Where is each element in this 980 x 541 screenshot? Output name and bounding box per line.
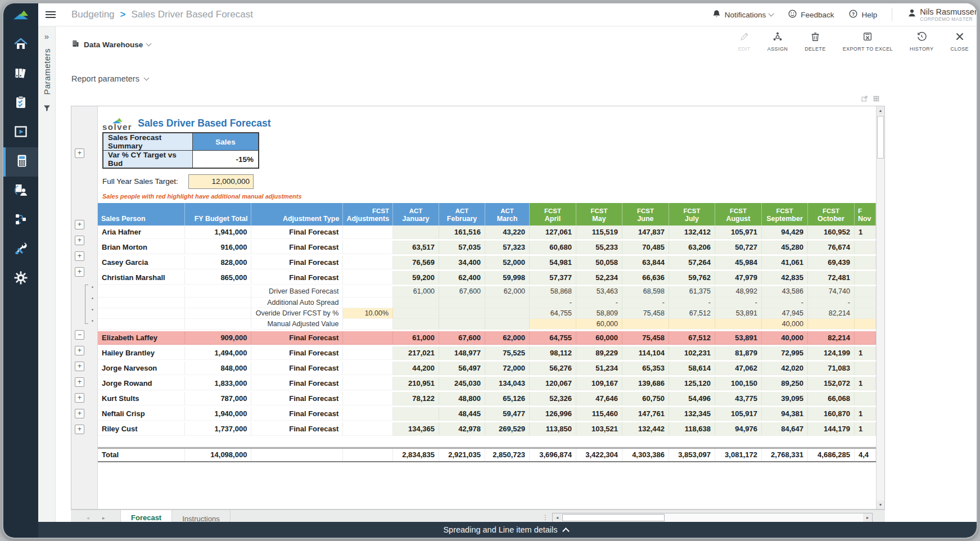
feedback-button[interactable]: Feedback	[788, 9, 834, 20]
cell-month-value[interactable]: 1	[854, 346, 875, 359]
cell-sales-person[interactable]: Casey Garcia	[98, 256, 185, 269]
spreading-details-bar[interactable]: Spreading and Line item details	[35, 522, 977, 538]
data-warehouse-dropdown[interactable]: Data Warehouse	[71, 39, 151, 49]
cell-month-value[interactable]: 105,971	[715, 226, 761, 238]
expand-parameters-button[interactable]: »	[44, 34, 49, 39]
cell-sales-person[interactable]	[98, 318, 185, 329]
cell-month-value[interactable]: 132,345	[669, 407, 715, 420]
breadcrumb-budgeting[interactable]: Budgeting	[71, 9, 115, 20]
cell-month-value[interactable]: 45,280	[761, 241, 807, 254]
cell-month-value[interactable]: 81,879	[715, 346, 761, 359]
cell-month-value[interactable]: 89,229	[576, 346, 622, 359]
cell-month-value[interactable]: 72,995	[761, 346, 807, 359]
cell-month-value[interactable]: 60,000	[576, 331, 622, 344]
expand-row-button[interactable]: +	[75, 393, 84, 403]
cell-month-value[interactable]	[854, 331, 875, 344]
cell-month-value[interactable]: 115,460	[576, 407, 622, 420]
cell-month-value[interactable]: 53,891	[715, 308, 761, 318]
cell-fy-budget[interactable]: 1,833,000	[185, 377, 251, 390]
cell-fy-budget[interactable]: 14,098,000	[185, 448, 251, 462]
cell-fcst-adjustment[interactable]	[343, 422, 393, 435]
cell-month-value[interactable]: 42,835	[761, 271, 807, 284]
cell-month-value[interactable]: 113,850	[530, 422, 576, 435]
cell-month-value[interactable]: 61,375	[669, 286, 715, 297]
cell-month-value[interactable]: 75,525	[485, 346, 530, 359]
cell-month-value[interactable]: 52,326	[530, 392, 576, 405]
cell-month-value[interactable]: 58,868	[530, 286, 576, 297]
cell-month-value[interactable]: 1	[854, 377, 875, 390]
cell-month-value[interactable]	[439, 308, 485, 318]
splitter-handle-icon[interactable]: ⋮	[542, 513, 549, 521]
cell-month-value[interactable]: 39,095	[761, 392, 807, 405]
cell-month-value[interactable]: 64,755	[530, 308, 576, 318]
action-delete-button[interactable]: DELETE	[805, 31, 825, 52]
cell-month-value[interactable]: 60,000	[576, 318, 622, 329]
cell-month-value[interactable]	[393, 226, 439, 238]
cell-adjustment-type[interactable]: Final Forecast	[251, 241, 343, 254]
cell-adjustment-type[interactable]: Final Forecast	[251, 256, 343, 269]
cell-month-value[interactable]	[485, 297, 530, 308]
sidebar-item-home[interactable]	[3, 30, 38, 60]
cell-month-value[interactable]: 67,600	[439, 331, 485, 344]
cell-month-value[interactable]: 134,043	[485, 377, 530, 390]
summary-header-value-cell[interactable]: Sales	[193, 133, 259, 151]
cell-adjustment-type[interactable]: Final Forecast	[251, 422, 343, 435]
cell-month-value[interactable]: 76,674	[807, 241, 854, 254]
cell-fy-budget[interactable]: 787,000	[185, 392, 251, 405]
cell-month-value[interactable]: 69,439	[807, 256, 854, 269]
sidebar-item-tools[interactable]	[3, 235, 38, 264]
cell-sales-person[interactable]: Hailey Brantley	[98, 346, 185, 359]
cell-month-value[interactable]: 52,000	[485, 256, 530, 269]
cell-month-value[interactable]: 98,112	[530, 346, 576, 359]
horizontal-scroll-thumb[interactable]	[562, 514, 665, 521]
cell-month-value[interactable]: 42,020	[761, 362, 807, 375]
cell-month-value[interactable]	[439, 297, 485, 308]
cell-month-value[interactable]: 94,976	[715, 422, 761, 435]
expand-row-button[interactable]: +	[75, 425, 84, 434]
cell-month-value[interactable]: 62,000	[485, 331, 530, 344]
cell-month-value[interactable]	[807, 318, 854, 329]
cell-month-value[interactable]: 67,512	[669, 331, 715, 344]
cell-month-value[interactable]: 53,463	[576, 286, 622, 297]
cell-month-value[interactable]: 4,686,285	[807, 448, 854, 462]
cell-month-value[interactable]: 103,521	[576, 422, 622, 435]
cell-fcst-adjustment[interactable]	[343, 407, 393, 420]
cell-month-value[interactable]: 68,598	[622, 286, 669, 297]
cell-month-value[interactable]: 1	[854, 422, 875, 435]
cell-month-value[interactable]: 71,083	[807, 362, 854, 375]
cell-month-value[interactable]: -	[761, 297, 807, 308]
cell-month-value[interactable]: 66,636	[622, 271, 669, 284]
cell-fcst-adjustment[interactable]	[343, 346, 393, 359]
cell-month-value[interactable]: 60,750	[622, 392, 669, 405]
cell-month-value[interactable]: 63,206	[669, 241, 715, 254]
cell-month-value[interactable]: 40,000	[761, 331, 807, 344]
cell-fcst-adjustment[interactable]	[343, 256, 393, 269]
cell-adjustment-type[interactable]: Additional Auto Spread	[251, 297, 343, 308]
cell-month-value[interactable]: 57,323	[485, 241, 530, 254]
action-history-button[interactable]: HISTORY	[910, 31, 933, 52]
target-value-input[interactable]: 12,000,000	[188, 174, 254, 189]
cell-month-value[interactable]: 57,377	[530, 271, 576, 284]
report-parameters-toggle[interactable]: Report parameters	[71, 74, 148, 83]
cell-month-value[interactable]: 67,600	[439, 286, 485, 297]
cell-month-value[interactable]: 115,519	[576, 226, 622, 238]
cell-month-value[interactable]: 61,000	[393, 286, 439, 297]
sidebar-item-budgeting[interactable]	[3, 147, 38, 177]
cell-fcst-adjustment[interactable]	[343, 286, 393, 297]
cell-month-value[interactable]: 2,834,835	[393, 448, 439, 462]
cell-month-value[interactable]	[854, 271, 875, 284]
cell-sales-person[interactable]: Jorge Narveson	[98, 362, 185, 375]
cell-month-value[interactable]: 1	[854, 407, 875, 420]
cell-month-value[interactable]	[854, 318, 875, 329]
expand-row-button[interactable]: +	[75, 251, 84, 261]
sidebar-item-reporting[interactable]	[3, 118, 38, 147]
cell-month-value[interactable]: 59,762	[669, 271, 715, 284]
cell-sales-person[interactable]: Jorge Rowand	[98, 377, 185, 390]
cell-month-value[interactable]: 2,921,035	[439, 448, 485, 462]
cell-month-value[interactable]: 1	[854, 226, 875, 238]
cell-month-value[interactable]: 72,000	[485, 362, 530, 375]
cell-adjustment-type[interactable]: Final Forecast	[251, 362, 343, 375]
cell-month-value[interactable]: 41,061	[761, 256, 807, 269]
cell-month-value[interactable]: 70,485	[622, 241, 669, 254]
cell-month-value[interactable]	[485, 318, 530, 329]
